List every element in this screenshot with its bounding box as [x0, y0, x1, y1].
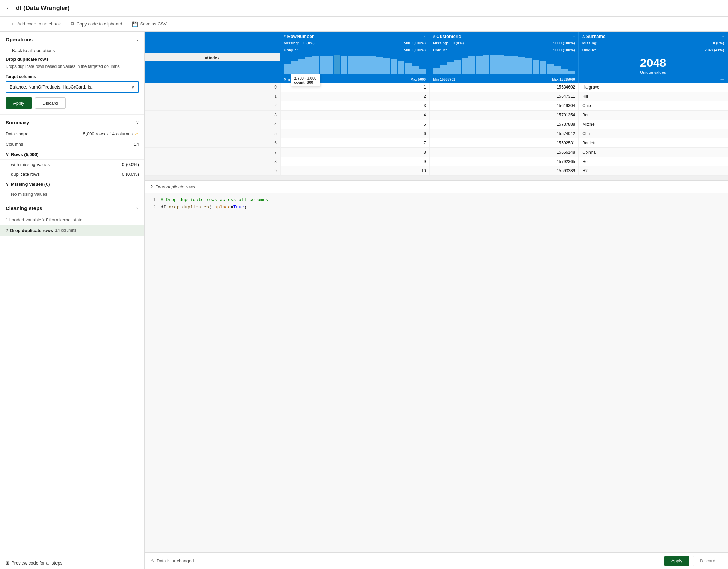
cell-index: 3	[145, 111, 280, 120]
table-row: 4 5 15737888 Mitchell	[145, 120, 728, 129]
save-csv-button[interactable]: 💾 Save as CSV	[127, 17, 172, 32]
cleaning-steps-header[interactable]: Cleaning steps ∨	[0, 200, 144, 215]
index-col-label: # index	[205, 55, 220, 60]
cell-surname: Boni	[579, 111, 728, 120]
back-to-operations-link[interactable]: ← Back to all operations	[0, 46, 144, 56]
table-row: 5 6 15574012 Chu	[145, 129, 728, 138]
discard-button[interactable]: Discard	[35, 97, 66, 109]
cell-customerid: 15592531	[429, 138, 579, 148]
preview-code-link[interactable]: ⊞ Preview code for all steps	[0, 557, 144, 569]
cell-index: 4	[145, 120, 280, 129]
warn-message: ⚠ Data is unchanged	[150, 558, 661, 563]
page-title: df (Data Wrangler)	[16, 4, 70, 12]
cell-customerid: 15647311	[429, 92, 579, 101]
surname-column-header[interactable]: A Surname ↑ Missing:0 (0%) Unique:2048 (…	[579, 32, 728, 83]
columns-row: Columns 14	[0, 139, 144, 149]
summary-section: Summary ∨ Data shape 5,000 rows x 14 col…	[0, 114, 144, 200]
cell-customerid: 15737888	[429, 120, 579, 129]
table-row: 7 8 15656148 Obinna	[145, 148, 728, 157]
cleaning-chevron-icon: ∨	[136, 206, 139, 210]
summary-header[interactable]: Summary ∨	[0, 115, 144, 129]
missing-values-header[interactable]: ∨ Missing Values (0)	[0, 179, 144, 189]
cell-rownumber: 9	[280, 157, 429, 166]
cell-rownumber: 4	[280, 111, 429, 120]
cell-index: 2	[145, 101, 280, 111]
cell-rownumber: 5	[280, 120, 429, 129]
bottom-bar: ⚠ Data is unchanged Apply Discard	[145, 552, 728, 569]
table-row: 3 4 15701354 Boni	[145, 111, 728, 120]
table-row: 8 9 15792365 He	[145, 157, 728, 166]
cell-index: 0	[145, 83, 280, 92]
apply-button[interactable]: Apply	[6, 97, 32, 109]
summary-title: Summary	[6, 120, 29, 125]
summary-chevron: ∨	[136, 120, 139, 125]
horizontal-scrollbar[interactable]	[145, 176, 728, 180]
cell-surname: Onio	[579, 101, 728, 111]
rownumber-column-header[interactable]: # RowNumber ↑ Missing: 0 (0%) 5000 (100%…	[280, 32, 429, 83]
cell-index: 9	[145, 166, 280, 176]
cell-customerid: 15634602	[429, 83, 579, 92]
data-shape-row: Data shape 5,000 rows x 14 columns ⚠	[0, 129, 144, 139]
cell-rownumber: 6	[280, 129, 429, 138]
operations-section: Operations ∨ ← Back to all operations Dr…	[0, 32, 144, 114]
operations-title: Operations	[6, 37, 33, 42]
cell-rownumber: 2	[280, 92, 429, 101]
cell-index: 5	[145, 129, 280, 138]
cell-index: 8	[145, 157, 280, 166]
cell-customerid: 15701354	[429, 111, 579, 120]
cleaning-steps-title: Cleaning steps	[6, 205, 42, 211]
plus-icon: ＋	[10, 21, 15, 27]
apply-bottom-button[interactable]: Apply	[664, 556, 689, 566]
no-missing-label: No missing values	[0, 189, 144, 200]
code-step-header: 2 Drop duplicate rows	[145, 181, 728, 193]
preview-icon: ⊞	[6, 560, 9, 566]
cell-customerid: 15619304	[429, 101, 579, 111]
warn-triangle-icon: ⚠	[150, 558, 154, 563]
rows-chevron-icon: ∨	[6, 152, 9, 157]
add-code-button[interactable]: ＋ Add code to notebook	[6, 17, 66, 32]
op-desc: Drops duplicate rows based on values in …	[6, 64, 139, 70]
cell-surname: Obinna	[579, 148, 728, 157]
warning-icon: ⚠	[135, 131, 139, 136]
missing-rows-row: with missing values 0 (0.0%)	[0, 160, 144, 169]
bar-tooltip: 2,700 - 3,000 count: 300	[291, 74, 320, 86]
cell-rownumber: 10	[280, 166, 429, 176]
cleaning-step-1: 1 Loaded variable 'df' from kernel state	[0, 215, 144, 225]
back-button[interactable]: ←	[6, 4, 12, 12]
discard-bottom-button: Discard	[693, 556, 722, 566]
code-line-1: 1 # Drop duplicate rows across all colum…	[150, 197, 722, 204]
data-table: # index # RowNumber ↑	[145, 32, 728, 176]
table-row: 6 7 15592531 Bartlett	[145, 138, 728, 148]
table-row: 1 2 15647311 Hill	[145, 92, 728, 101]
rows-section-header[interactable]: ∨ Rows (5,000)	[0, 149, 144, 160]
target-columns-dropdown[interactable]: Balance, NumOfProducts, HasCrCard, Is...…	[6, 81, 139, 93]
cell-rownumber: 3	[280, 101, 429, 111]
back-arrow-icon: ←	[6, 48, 10, 53]
copy-code-button[interactable]: ⧉ Copy code to clipboard	[66, 17, 128, 32]
table-row: 2 3 15619304 Onio	[145, 101, 728, 111]
duplicate-rows-row: duplicate rows 0 (0.0%)	[0, 169, 144, 179]
cell-index: 7	[145, 148, 280, 157]
table-row: 9 10 15593389 H?	[145, 166, 728, 176]
cell-rownumber: 7	[280, 138, 429, 148]
cell-surname: Hill	[579, 92, 728, 101]
cell-surname: Chu	[579, 129, 728, 138]
cell-customerid: 15656148	[429, 148, 579, 157]
missing-chevron-icon: ∨	[6, 182, 9, 187]
cell-customerid: 15593389	[429, 166, 579, 176]
cell-surname: Mitchell	[579, 120, 728, 129]
code-line-2: 2 df.drop_duplicates(inplace=True)	[150, 204, 722, 211]
code-editor[interactable]: 1 # Drop duplicate rows across all colum…	[145, 193, 728, 552]
cell-surname: He	[579, 157, 728, 166]
op-title: Drop duplicate rows	[6, 56, 139, 62]
customerid-column-header[interactable]: # CustomerId ↑ Missing: 0 (0%) 5000 (100…	[429, 32, 579, 83]
table-row: 0 1 15634602 Hargrave	[145, 83, 728, 92]
index-column-header: # index	[145, 32, 280, 83]
cleaning-steps-section: Cleaning steps ∨ 1 Loaded variable 'df' …	[0, 200, 144, 236]
cell-customerid: 15574012	[429, 129, 579, 138]
operations-header[interactable]: Operations ∨	[0, 32, 144, 46]
cell-surname: H?	[579, 166, 728, 176]
cleaning-step-2[interactable]: 2 Drop duplicate rows 14 columns	[0, 225, 144, 236]
cell-rownumber: 8	[280, 148, 429, 157]
save-icon: 💾	[132, 21, 138, 27]
